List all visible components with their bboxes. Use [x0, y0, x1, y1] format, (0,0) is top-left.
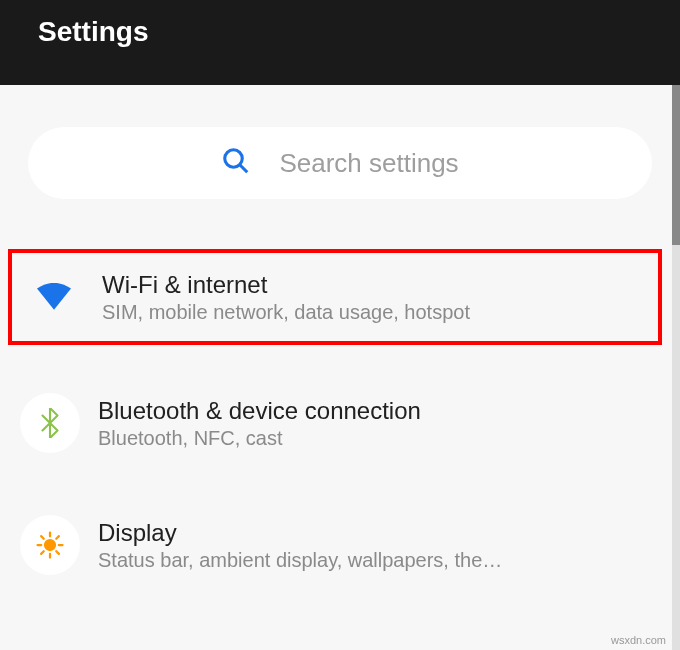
settings-item-wifi[interactable]: Wi-Fi & internet SIM, mobile network, da…	[8, 249, 662, 345]
svg-line-9	[41, 551, 44, 554]
item-subtitle: Bluetooth, NFC, cast	[98, 427, 652, 450]
item-subtitle: SIM, mobile network, data usage, hotspot	[102, 301, 638, 324]
settings-item-display[interactable]: Display Status bar, ambient display, wal…	[0, 501, 680, 589]
scrollbar-thumb[interactable]	[672, 85, 680, 245]
item-title: Display	[98, 519, 652, 547]
svg-point-0	[225, 150, 243, 168]
item-subtitle: Status bar, ambient display, wallpapers,…	[98, 549, 652, 572]
search-bar[interactable]: Search settings	[28, 127, 652, 199]
item-texts: Wi-Fi & internet SIM, mobile network, da…	[102, 271, 638, 324]
bluetooth-icon	[20, 393, 80, 453]
item-title: Wi-Fi & internet	[102, 271, 638, 299]
svg-point-2	[45, 540, 55, 550]
search-icon	[221, 146, 251, 180]
item-texts: Display Status bar, ambient display, wal…	[98, 519, 652, 572]
settings-item-bluetooth[interactable]: Bluetooth & device connection Bluetooth,…	[0, 379, 680, 467]
item-title: Bluetooth & device connection	[98, 397, 652, 425]
svg-line-8	[56, 551, 59, 554]
settings-content: Search settings Wi-Fi & internet SIM, mo…	[0, 127, 680, 589]
svg-line-10	[56, 536, 59, 539]
scrollbar[interactable]	[672, 85, 680, 650]
page-title: Settings	[38, 16, 148, 48]
watermark: wsxdn.com	[611, 634, 666, 646]
wifi-icon	[24, 267, 84, 327]
brightness-icon	[20, 515, 80, 575]
svg-line-7	[41, 536, 44, 539]
item-texts: Bluetooth & device connection Bluetooth,…	[98, 397, 652, 450]
app-header: Settings	[0, 0, 680, 85]
svg-line-1	[240, 165, 248, 173]
search-placeholder: Search settings	[279, 148, 458, 179]
